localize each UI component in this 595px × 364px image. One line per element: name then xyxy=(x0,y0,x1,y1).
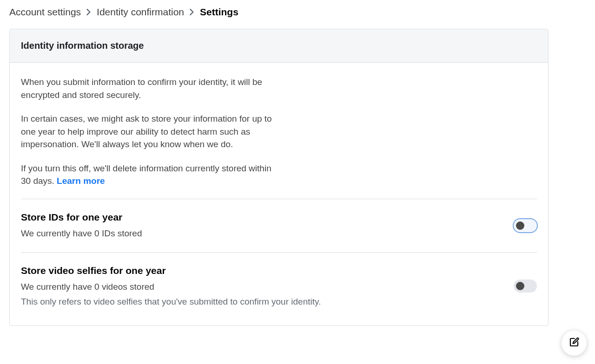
panel-description-2: In certain cases, we might ask to store … xyxy=(21,112,281,151)
store-ids-row: Store IDs for one year We currently have… xyxy=(21,199,537,252)
identity-storage-panel: Identity information storage When you su… xyxy=(9,29,549,326)
store-ids-subtitle: We currently have 0 IDs stored xyxy=(21,227,514,240)
learn-more-link[interactable]: Learn more xyxy=(57,176,105,186)
chevron-right-icon xyxy=(86,9,91,15)
store-videos-toggle[interactable] xyxy=(514,280,537,292)
breadcrumb: Account settings Identity confirmation S… xyxy=(9,6,586,18)
panel-header: Identity information storage xyxy=(10,29,548,63)
compose-button[interactable] xyxy=(562,331,587,356)
panel-description-1: When you submit information to confirm y… xyxy=(21,76,281,101)
toggle-knob xyxy=(516,221,524,230)
panel-description-3: If you turn this off, we'll delete infor… xyxy=(21,162,281,188)
toggle-knob xyxy=(516,282,524,290)
breadcrumb-account-settings[interactable]: Account settings xyxy=(9,6,81,18)
breadcrumb-current: Settings xyxy=(200,6,238,18)
store-videos-subtitle: We currently have 0 videos stored xyxy=(21,280,514,293)
panel-body: When you submit information to confirm y… xyxy=(10,63,548,325)
store-videos-title: Store video selfies for one year xyxy=(21,264,514,278)
edit-icon xyxy=(569,337,580,350)
breadcrumb-identity-confirmation[interactable]: Identity confirmation xyxy=(97,6,184,18)
store-videos-hint: This only refers to video selfies that y… xyxy=(21,295,514,308)
store-ids-title: Store IDs for one year xyxy=(21,210,514,224)
store-ids-toggle[interactable] xyxy=(514,219,537,232)
store-videos-row: Store video selfies for one year We curr… xyxy=(21,252,537,319)
chevron-right-icon xyxy=(190,9,194,15)
